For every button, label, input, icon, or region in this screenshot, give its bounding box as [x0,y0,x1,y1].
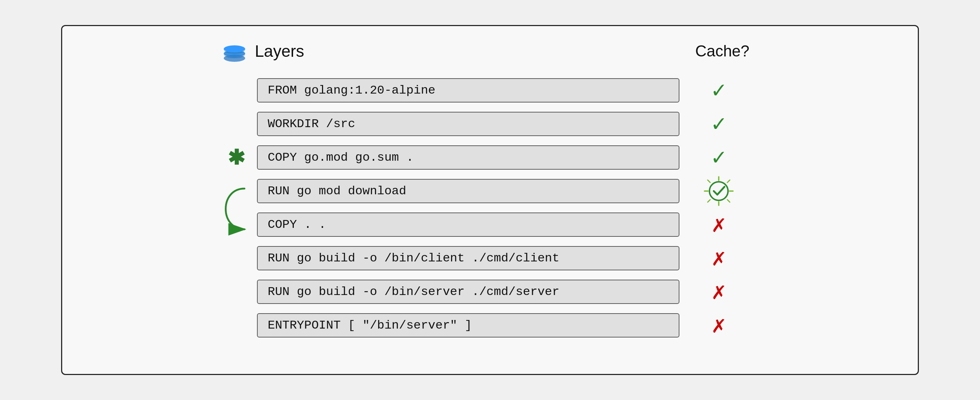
layer-command-run-download: RUN go mod download [268,184,406,198]
layer-box-copy-mod: COPY go.mod go.sum . [257,145,679,170]
svg-line-9 [727,180,730,183]
cache-cross-entrypoint: ✗ [679,311,758,339]
layer-box-workdir: WORKDIR /src [257,112,679,136]
layer-box-entrypoint: ENTRYPOINT [ "/bin/server" ] [257,313,679,338]
svg-line-7 [708,180,710,183]
layer-command-copy-mod: COPY go.mod go.sum . [268,151,414,164]
layer-command-run-build-server: RUN go build -o /bin/server ./cmd/server [268,285,559,298]
cache-check-circled-run-download [679,175,758,207]
cache-cross-run-build-server: ✗ [679,278,758,306]
layers-icon [222,40,247,62]
annotation-asterisk: ✱ [222,145,251,170]
svg-point-11 [710,182,728,200]
cache-label: Cache? [687,42,758,60]
diagram-container: Layers Cache? FROM golang:1.20-alpine ✓ … [61,25,919,375]
layers-title: Layers [222,40,304,62]
svg-line-8 [727,200,730,202]
layer-command-workdir: WORKDIR /src [268,117,355,131]
layer-row-run-download: RUN go mod download [222,175,758,207]
layer-left-copy-mod: ✱ COPY go.mod go.sum . [222,145,679,170]
layer-left-run-build-client: RUN go build -o /bin/client ./cmd/client [222,246,679,270]
layers-label: Layers [255,41,304,61]
cache-cross-run-build-client: ✗ [679,244,758,272]
layer-left-workdir: WORKDIR /src [222,112,679,136]
layer-box-run-build-client: RUN go build -o /bin/client ./cmd/client [257,246,679,270]
layer-row-workdir: WORKDIR /src ✓ [222,108,758,140]
layers-list: FROM golang:1.20-alpine ✓ WORKDIR /src ✓… [222,75,758,343]
layer-left-run-download: RUN go mod download [222,179,679,203]
circled-check-svg [703,175,735,207]
layer-row-entrypoint: ENTRYPOINT [ "/bin/server" ] ✗ [222,310,758,341]
layer-box-run-build-server: RUN go build -o /bin/server ./cmd/server [257,279,679,304]
layer-row-copy-all: COPY . . ✗ [222,209,758,240]
layer-row-from: FROM golang:1.20-alpine ✓ [222,75,758,106]
layer-command-run-build-client: RUN go build -o /bin/client ./cmd/client [268,251,559,265]
svg-line-10 [708,200,710,202]
layer-command-entrypoint: ENTRYPOINT [ "/bin/server" ] [268,319,472,332]
layer-row-run-build-server: RUN go build -o /bin/server ./cmd/server… [222,276,758,308]
cache-check-from: ✓ [679,76,758,104]
layer-left-copy-all: COPY . . [222,213,679,237]
layer-command-copy-all: COPY . . [268,218,326,232]
layer-left-entrypoint: ENTRYPOINT [ "/bin/server" ] [222,313,679,338]
layer-left-from: FROM golang:1.20-alpine [222,78,679,103]
layer-left-run-build-server: RUN go build -o /bin/server ./cmd/server [222,279,679,304]
layer-command-from: FROM golang:1.20-alpine [268,84,435,97]
cache-check-copy-mod: ✓ [679,144,758,171]
layer-row-run-build-client: RUN go build -o /bin/client ./cmd/client… [222,243,758,274]
layer-box-run-download: RUN go mod download [257,179,679,203]
cache-cross-copy-all: ✗ [679,211,758,238]
cache-check-workdir: ✓ [679,110,758,138]
svg-point-2 [224,45,245,52]
header-row: Layers Cache? [222,40,758,62]
layer-box-copy-all: COPY . . [257,213,679,237]
layer-row-copy-mod: ✱ COPY go.mod go.sum . ✓ [222,142,758,173]
layer-box-from: FROM golang:1.20-alpine [257,78,679,103]
